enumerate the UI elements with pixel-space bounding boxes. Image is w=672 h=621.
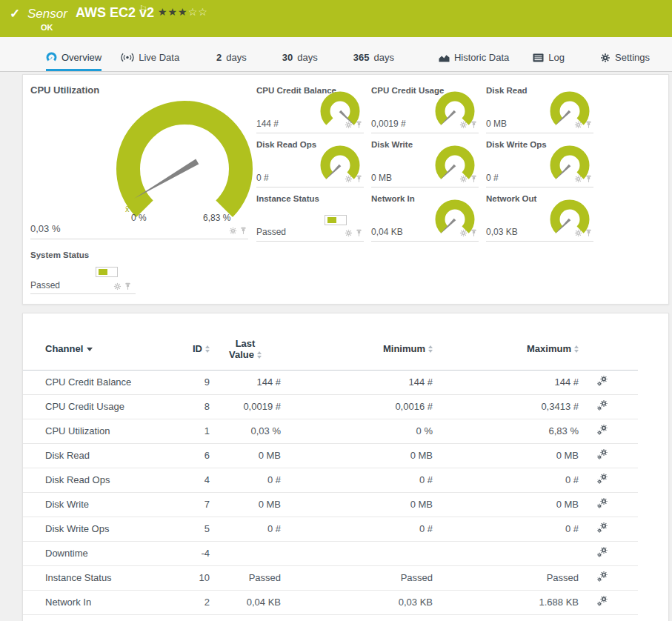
pin-icon[interactable]	[585, 175, 592, 183]
column-header-channel[interactable]: Channel	[23, 328, 164, 370]
cell-last-value: 0 #	[210, 517, 281, 541]
gauge-value: 0 MB	[371, 173, 392, 183]
pin-icon[interactable]	[585, 121, 592, 129]
stars-empty[interactable]: ☆☆	[188, 6, 208, 18]
priority-stars[interactable]: ★★★☆☆	[158, 6, 208, 18]
tab-30-days[interactable]: 30 days	[282, 52, 318, 71]
gauge-value: 0,0019 #	[371, 119, 406, 129]
gauge-cell-network-in[interactable]: Network In0,04 KB	[371, 194, 479, 242]
channel-gear-icon[interactable]	[345, 229, 353, 237]
gauges-panel: CPU Utilization x̄ 0 % 6,83 % 0,03 %	[22, 74, 669, 305]
pin-icon[interactable]	[356, 175, 362, 183]
cell-channel[interactable]: CPU Credit Balance	[23, 370, 164, 394]
tab-overview-label: Overview	[61, 52, 102, 63]
tab-live-data[interactable]: Live Data	[121, 52, 179, 71]
channel-gear-icon[interactable]	[574, 121, 582, 129]
cell-id: 4	[164, 468, 210, 492]
cell-channel[interactable]: Downtime	[23, 541, 164, 565]
tab-overview[interactable]: Overview	[46, 52, 102, 71]
channel-gear-icon[interactable]	[574, 175, 582, 183]
cell-channel[interactable]: CPU Credit Usage	[23, 394, 164, 419]
edit-channel-settings-icon[interactable]	[596, 399, 608, 411]
cell-last-value: 0 MB	[210, 443, 281, 468]
tab-log[interactable]: Log	[533, 52, 565, 71]
edit-channel-settings-icon[interactable]	[596, 424, 608, 436]
cell-channel[interactable]: CPU Utilization	[23, 419, 164, 443]
cell-id: 1	[164, 419, 210, 443]
cell-minimum: Passed	[281, 565, 433, 590]
pin-icon[interactable]	[470, 121, 477, 129]
channel-gear-icon[interactable]	[459, 229, 468, 237]
channel-gear-icon[interactable]	[345, 121, 353, 129]
column-header-last-value[interactable]: Last Value	[210, 328, 281, 370]
channel-gear-icon[interactable]	[459, 175, 468, 183]
edit-channel-settings-icon[interactable]	[596, 497, 608, 509]
gauge-cell-disk-read[interactable]: Disk Read0 MB	[486, 86, 593, 133]
pin-icon[interactable]	[240, 227, 247, 235]
pin-icon[interactable]	[356, 121, 362, 129]
live-signal-icon	[121, 53, 134, 62]
tab-2-days[interactable]: 2 days	[216, 52, 247, 71]
gauge-cell-disk-write[interactable]: Disk Write0 MB	[371, 140, 479, 187]
gauge-cell-cpu-credit-usage[interactable]: CPU Credit Usage0,0019 #	[371, 86, 479, 133]
pin-icon[interactable]	[585, 229, 592, 237]
cell-maximum: 0 MB	[433, 443, 579, 468]
edit-channel-settings-icon[interactable]	[596, 522, 608, 534]
cell-channel[interactable]: Disk Read	[23, 443, 164, 468]
pin-icon[interactable]	[356, 229, 362, 237]
gauge-cell-cpu-credit-balance[interactable]: CPU Credit Balance144 #	[256, 86, 364, 133]
edit-channel-settings-icon[interactable]	[596, 595, 608, 607]
edit-channel-settings-icon[interactable]	[596, 571, 608, 582]
channel-table-panel: Channel ID Last Value Minimum Maximum CP…	[22, 313, 669, 621]
cell-maximum	[433, 541, 579, 565]
tab-historic-data[interactable]: Historic Data	[439, 52, 509, 71]
status-ok-check-icon: ✓	[10, 6, 20, 21]
edit-channel-settings-icon[interactable]	[596, 473, 608, 485]
cell-channel[interactable]: Disk Write Ops	[23, 517, 164, 541]
cell-channel[interactable]: Disk Write	[23, 492, 164, 517]
tab-365-days[interactable]: 365 days	[353, 52, 394, 71]
cell-last-value: 0 #	[210, 468, 281, 492]
cell-channel[interactable]: Instance Status	[23, 565, 164, 590]
channel-gear-icon[interactable]	[345, 175, 353, 183]
cell-last-value: 0,04 KB	[210, 590, 281, 614]
edit-channel-settings-icon[interactable]	[596, 375, 608, 387]
gauge-cell-instance-status[interactable]: Instance StatusPassed	[256, 194, 364, 242]
sensor-status-badge: OK	[41, 23, 53, 32]
cell-settings	[579, 419, 638, 443]
average-marker: x̄	[125, 205, 130, 213]
gauge-title: Disk Write	[371, 140, 413, 149]
tab-2-days-number: 2	[216, 52, 222, 63]
gauge-cell-network-out[interactable]: Network Out0,03 KB	[486, 194, 593, 242]
edit-channel-settings-icon[interactable]	[596, 448, 608, 460]
gauge-value: Passed	[30, 280, 60, 290]
column-header-id[interactable]: ID	[164, 328, 210, 370]
column-header-maximum[interactable]: Maximum	[433, 328, 579, 370]
channel-gear-icon[interactable]	[459, 121, 468, 129]
gauge-value: 0 MB	[486, 119, 507, 129]
channel-gear-icon[interactable]	[574, 229, 582, 237]
cell-minimum: 0,03 KB	[281, 590, 433, 614]
gauge-value: 0 #	[256, 173, 269, 183]
pin-icon[interactable]	[124, 282, 131, 290]
channel-gear-icon[interactable]	[229, 227, 237, 235]
cell-last-value: 0,03 %	[210, 419, 281, 443]
column-header-minimum[interactable]: Minimum	[281, 328, 433, 370]
table-row: Disk Write70 MB0 MB0 MB	[23, 492, 638, 517]
gauge-value: 0,03 KB	[486, 227, 518, 237]
edit-channel-settings-icon[interactable]	[596, 546, 608, 558]
channel-gear-icon[interactable]	[113, 282, 122, 290]
stars-filled[interactable]: ★★★	[158, 6, 188, 18]
pin-icon[interactable]	[470, 229, 477, 237]
cell-settings	[579, 468, 638, 492]
cell-channel[interactable]: Disk Read Ops	[23, 468, 164, 492]
sort-icons	[205, 345, 210, 353]
tab-settings[interactable]: Settings	[600, 52, 650, 71]
gauge-cell-disk-read-ops[interactable]: Disk Read Ops0 #	[256, 140, 364, 187]
cell-minimum: 144 #	[281, 370, 433, 394]
cell-id: 7	[164, 492, 210, 517]
cell-channel[interactable]: Network In	[23, 590, 164, 614]
flag-icon[interactable]: ⚐	[139, 4, 147, 14]
gauge-cell-disk-write-ops[interactable]: Disk Write Ops0 #	[486, 140, 593, 187]
pin-icon[interactable]	[470, 175, 477, 183]
